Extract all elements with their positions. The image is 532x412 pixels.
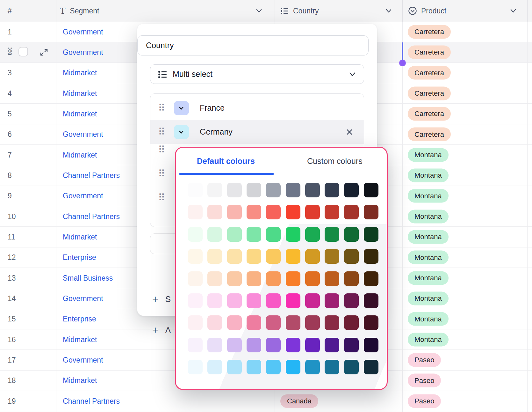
country-chip[interactable]: Canada xyxy=(280,394,318,408)
color-swatch[interactable] xyxy=(325,293,339,308)
color-swatch[interactable] xyxy=(344,227,359,242)
product-chip[interactable]: Paseo xyxy=(408,374,441,387)
product-chip[interactable]: Carretera xyxy=(408,66,451,80)
color-swatch[interactable] xyxy=(188,315,203,330)
color-swatch[interactable] xyxy=(325,205,339,219)
color-swatch[interactable] xyxy=(364,315,378,330)
segment-cell-value[interactable]: Government xyxy=(63,192,103,200)
color-swatch[interactable] xyxy=(266,205,281,219)
segment-cell-value[interactable]: Government xyxy=(63,294,103,303)
segment-cell-value[interactable]: Midmarket xyxy=(63,335,97,344)
color-swatch[interactable] xyxy=(305,293,320,308)
row-drag-handle-icon[interactable]: ⠿ xyxy=(6,47,13,57)
color-swatch[interactable] xyxy=(207,360,222,374)
color-swatch[interactable] xyxy=(188,227,203,242)
option-drag-handle-icon[interactable]: ⠿ xyxy=(158,145,165,155)
color-swatch[interactable] xyxy=(286,315,300,330)
popup-action-button[interactable]: + A xyxy=(152,325,171,335)
segment-cell-value[interactable]: Channel Partners xyxy=(63,171,120,180)
color-swatch[interactable] xyxy=(247,338,261,352)
color-swatch[interactable] xyxy=(247,249,261,264)
color-swatch[interactable] xyxy=(325,360,339,374)
color-swatch[interactable] xyxy=(266,315,281,330)
segment-cell-value[interactable]: Government xyxy=(63,356,103,364)
product-chip[interactable]: Montana xyxy=(408,333,449,346)
color-swatch[interactable] xyxy=(344,183,359,197)
segment-cell-value[interactable]: Channel Partners xyxy=(63,397,120,405)
color-swatch[interactable] xyxy=(325,338,339,352)
segment-cell-value[interactable]: Government xyxy=(63,48,103,56)
color-swatch[interactable] xyxy=(227,249,242,264)
color-swatch[interactable] xyxy=(188,183,203,197)
color-swatch[interactable] xyxy=(344,293,359,308)
color-swatch[interactable] xyxy=(286,360,300,374)
color-swatch[interactable] xyxy=(188,360,203,374)
chevron-down-icon[interactable] xyxy=(385,7,393,15)
color-swatch[interactable] xyxy=(227,338,242,352)
column-header-country[interactable]: Country xyxy=(280,0,399,22)
color-swatch[interactable] xyxy=(247,360,261,374)
color-swatch[interactable] xyxy=(364,293,378,308)
color-swatch[interactable] xyxy=(188,338,203,352)
remove-option-icon[interactable] xyxy=(345,127,354,137)
color-swatch[interactable] xyxy=(207,338,222,352)
color-swatch[interactable] xyxy=(188,249,203,264)
color-swatch[interactable] xyxy=(227,227,242,242)
color-swatch[interactable] xyxy=(305,227,320,242)
segment-cell-value[interactable]: Government xyxy=(63,130,103,139)
segment-cell-value[interactable]: Midmarket xyxy=(63,376,97,385)
color-swatch[interactable] xyxy=(266,183,281,197)
color-swatch[interactable] xyxy=(247,293,261,308)
row-select-checkbox[interactable] xyxy=(18,47,28,56)
color-swatch[interactable] xyxy=(344,249,359,264)
color-swatch[interactable] xyxy=(344,205,359,219)
color-swatch[interactable] xyxy=(247,227,261,242)
product-chip[interactable]: Montana xyxy=(408,312,449,326)
segment-cell-value[interactable]: Enterprise xyxy=(63,253,96,262)
product-chip[interactable]: Montana xyxy=(408,230,449,244)
color-swatch[interactable] xyxy=(305,183,320,197)
option-drag-handle-icon[interactable]: ⠿ xyxy=(158,193,165,202)
color-swatch[interactable] xyxy=(344,315,359,330)
color-swatch[interactable] xyxy=(227,205,242,219)
column-header-product[interactable]: Product xyxy=(408,0,525,22)
segment-cell-value[interactable]: Midmarket xyxy=(63,151,97,159)
segment-cell-value[interactable]: Midmarket xyxy=(63,109,97,118)
color-swatch[interactable] xyxy=(286,338,300,352)
product-chip[interactable]: Carretera xyxy=(408,25,451,39)
product-chip[interactable]: Carretera xyxy=(408,128,451,141)
color-swatch[interactable] xyxy=(286,227,300,242)
expand-row-icon[interactable] xyxy=(40,48,48,57)
option-color-button[interactable] xyxy=(174,125,189,139)
column-header-segment[interactable]: T Segment xyxy=(60,0,270,22)
color-swatch[interactable] xyxy=(227,293,242,308)
color-swatch[interactable] xyxy=(325,249,339,264)
color-swatch[interactable] xyxy=(286,293,300,308)
color-swatch[interactable] xyxy=(305,315,320,330)
color-swatch[interactable] xyxy=(266,249,281,264)
chevron-down-icon[interactable] xyxy=(255,7,263,15)
color-swatch[interactable] xyxy=(325,183,339,197)
product-chip[interactable]: Montana xyxy=(408,251,449,264)
color-swatch[interactable] xyxy=(247,315,261,330)
color-swatch[interactable] xyxy=(188,271,203,286)
option-color-button[interactable] xyxy=(174,101,189,115)
segment-cell-value[interactable]: Midmarket xyxy=(63,232,97,241)
color-swatch[interactable] xyxy=(207,183,222,197)
popup-action-button[interactable]: + S xyxy=(152,294,171,304)
segment-cell-value[interactable]: Enterprise xyxy=(63,315,96,323)
option-drag-handle-icon[interactable]: ⠿ xyxy=(158,169,165,179)
color-swatch[interactable] xyxy=(364,271,378,286)
option-drag-handle-icon[interactable]: ⠿ xyxy=(158,103,165,113)
color-swatch[interactable] xyxy=(207,271,222,286)
product-chip[interactable]: Montana xyxy=(408,291,449,305)
segment-cell-value[interactable]: Midmarket xyxy=(63,69,97,77)
color-swatch[interactable] xyxy=(207,205,222,219)
color-swatch[interactable] xyxy=(305,338,320,352)
product-chip[interactable]: Paseo xyxy=(408,353,441,367)
product-chip[interactable]: Montana xyxy=(408,189,449,203)
product-chip[interactable]: Carretera xyxy=(408,107,451,121)
color-swatch[interactable] xyxy=(188,205,203,219)
color-swatch[interactable] xyxy=(266,227,281,242)
color-swatch[interactable] xyxy=(325,315,339,330)
